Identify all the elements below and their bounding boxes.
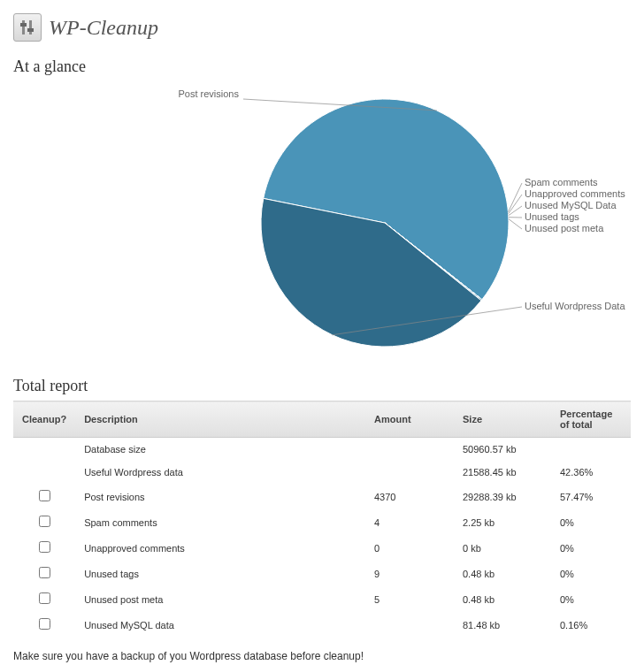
cell-size: 29288.39 kb xyxy=(454,484,551,509)
table-row: Spam comments42.25 kb0% xyxy=(13,509,631,535)
cell-cleanup xyxy=(13,509,75,535)
table-row: Database size50960.57 kb xyxy=(13,438,631,462)
cell-size: 81.48 kb xyxy=(454,612,551,638)
table-row: Post revisions437029288.39 kb57.47% xyxy=(13,484,631,509)
svg-rect-1 xyxy=(29,20,32,34)
cell-size: 21588.45 kb xyxy=(454,461,551,484)
cell-size: 50960.57 kb xyxy=(454,438,551,462)
cell-percentage: 0.16% xyxy=(551,612,631,638)
svg-rect-0 xyxy=(22,20,25,34)
cell-cleanup xyxy=(13,461,75,484)
cell-amount: 4370 xyxy=(365,484,454,509)
pie-chart-svg: Post revisionsSpam commentsUnapproved co… xyxy=(13,81,632,364)
cell-cleanup xyxy=(13,484,75,509)
cell-amount: 9 xyxy=(365,561,454,586)
cell-size: 0.48 kb xyxy=(454,586,551,612)
cleanup-checkbox[interactable] xyxy=(39,541,50,553)
col-amount: Amount xyxy=(365,401,454,438)
col-size: Size xyxy=(454,401,551,438)
report-table: Cleanup? Description Amount Size Percent… xyxy=(13,401,631,638)
cell-description: Unused MySQL data xyxy=(75,612,365,638)
cell-amount xyxy=(365,461,454,484)
svg-rect-2 xyxy=(20,23,27,27)
cell-percentage: 0% xyxy=(551,509,631,535)
cell-amount: 5 xyxy=(365,586,454,612)
plugin-icon xyxy=(13,13,42,42)
table-row: Unused post meta50.48 kb0% xyxy=(13,586,631,612)
cell-amount: 4 xyxy=(365,509,454,535)
col-cleanup: Cleanup? xyxy=(13,401,75,438)
col-description: Description xyxy=(75,401,365,438)
table-row: Unapproved comments00 kb0% xyxy=(13,535,631,561)
backup-warning: Make sure you have a backup of you Wordp… xyxy=(13,650,631,662)
cell-amount xyxy=(365,438,454,462)
cell-size: 0 kb xyxy=(454,535,551,561)
page-title: WP-Cleanup xyxy=(49,16,158,40)
cell-percentage xyxy=(551,438,631,462)
cleanup-checkbox[interactable] xyxy=(39,567,50,578)
cell-description: Unused post meta xyxy=(75,586,365,612)
chart-label: Post revisions xyxy=(179,88,240,99)
cell-cleanup xyxy=(13,438,75,462)
cell-description: Unused tags xyxy=(75,561,365,586)
sliders-icon xyxy=(19,19,36,36)
chart-label: Unused post meta xyxy=(525,223,604,233)
cell-cleanup xyxy=(13,586,75,612)
cell-amount: 0 xyxy=(365,535,454,561)
section-heading-glance: At a glance xyxy=(13,57,631,76)
cell-description: Spam comments xyxy=(75,509,365,535)
chart-label: Useful Wordpress Data xyxy=(525,301,625,311)
pie-chart: Post revisionsSpam commentsUnapproved co… xyxy=(13,81,631,364)
cell-description: Post revisions xyxy=(75,484,365,509)
cell-percentage: 0% xyxy=(551,561,631,586)
chart-label: Spam comments xyxy=(525,177,598,187)
table-row: Unused MySQL data81.48 kb0.16% xyxy=(13,612,631,638)
cell-percentage: 42.36% xyxy=(551,461,631,484)
page-header: WP-Cleanup xyxy=(13,13,631,42)
cleanup-checkbox[interactable] xyxy=(39,490,50,501)
chart-label: Unused MySQL Data xyxy=(525,200,617,210)
cleanup-checkbox[interactable] xyxy=(39,618,50,630)
section-heading-report: Total report xyxy=(13,377,631,395)
cell-description: Unapproved comments xyxy=(75,535,365,561)
cell-percentage: 57.47% xyxy=(551,484,631,509)
cell-description: Useful Wordpress data xyxy=(75,461,365,484)
cell-size: 0.48 kb xyxy=(454,561,551,586)
col-percentage: Percentage of total xyxy=(551,401,631,438)
svg-rect-3 xyxy=(27,28,34,32)
cell-cleanup xyxy=(13,535,75,561)
table-row: Unused tags90.48 kb0% xyxy=(13,561,631,586)
table-row: Useful Wordpress data21588.45 kb42.36% xyxy=(13,461,631,484)
cleanup-checkbox[interactable] xyxy=(39,592,50,604)
cell-size: 2.25 kb xyxy=(454,509,551,535)
chart-label: Unapproved comments xyxy=(525,188,625,199)
cell-percentage: 0% xyxy=(551,586,631,612)
svg-line-9 xyxy=(509,219,522,229)
chart-label: Unused tags xyxy=(525,211,579,222)
cleanup-checkbox[interactable] xyxy=(39,516,50,527)
cell-cleanup xyxy=(13,561,75,586)
cell-percentage: 0% xyxy=(551,535,631,561)
cell-description: Database size xyxy=(75,438,365,462)
cell-cleanup xyxy=(13,612,75,638)
cell-amount xyxy=(365,612,454,638)
